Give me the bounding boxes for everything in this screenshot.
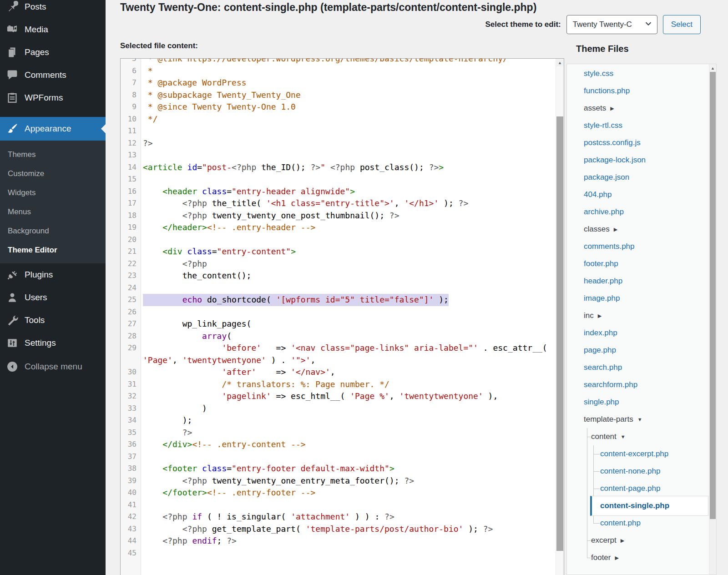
file-item-index-php[interactable]: index.php xyxy=(567,324,709,342)
folder-footer[interactable]: footer▶ xyxy=(567,549,709,566)
code-line-30[interactable]: 30 'after' => '</nav>', xyxy=(121,366,556,378)
editor-code-area[interactable]: 5 * @link https://developer.wordpress.or… xyxy=(121,58,556,559)
folder-content[interactable]: content▼ xyxy=(567,428,709,445)
code-line-21[interactable]: 21 <div class="entry-content"> xyxy=(121,246,556,258)
folder-inc[interactable]: inc▶ xyxy=(567,307,709,324)
code-line-25[interactable]: 25 echo do_shortcode( '[wpforms id="5" t… xyxy=(121,294,556,306)
file-item-searchform-php[interactable]: searchform.php xyxy=(567,376,709,393)
code-line-15[interactable]: 15 xyxy=(121,173,556,186)
submenu-item-menus[interactable]: Menus xyxy=(0,202,106,222)
code-line-27[interactable]: 27 wp_link_pages( xyxy=(121,318,556,330)
file-item-style-css[interactable]: style.css xyxy=(567,65,709,82)
editor-scrollbar[interactable]: ▲ xyxy=(556,59,564,575)
code-line-29[interactable]: 29 'before' => '<nav class="page-links" … xyxy=(121,342,556,354)
code-line-33[interactable]: 33 ) xyxy=(121,403,556,415)
code-line-13[interactable]: 13 xyxy=(121,149,556,161)
code-line-5[interactable]: 5 * @link https://developer.wordpress.or… xyxy=(121,58,556,65)
code-line-37[interactable]: 37 xyxy=(121,451,556,463)
file-item-functions-php[interactable]: functions.php xyxy=(567,82,709,100)
code-line-17[interactable]: 17 <?php the_title( '<h1 class="entry-ti… xyxy=(121,197,556,210)
code-line-12[interactable]: 12?> xyxy=(121,137,556,150)
sidebar-item-pages[interactable]: Pages xyxy=(0,41,106,64)
sidebar-item-posts[interactable]: Posts xyxy=(0,0,106,18)
code-line-7[interactable]: 7 * @package WordPress xyxy=(121,77,556,89)
submenu-item-themes[interactable]: Themes xyxy=(0,145,106,164)
file-item-content-page-php[interactable]: content-page.php xyxy=(567,480,709,497)
code-line-35[interactable]: 35 ?> xyxy=(121,427,556,439)
code-line-18[interactable]: 18 <?php twenty_twenty_one_post_thumbnai… xyxy=(121,210,556,222)
folder-assets[interactable]: assets▶ xyxy=(567,100,709,117)
file-item-archive-php[interactable]: archive.php xyxy=(567,203,709,221)
code-line-31[interactable]: 31 /* translators: %: Page number. */ xyxy=(121,378,556,391)
code-line-28[interactable]: 28 array( xyxy=(121,330,556,343)
code-line-36[interactable]: 36 </div><!-- .entry-content --> xyxy=(121,439,556,451)
file-item-footer-php[interactable]: footer.php xyxy=(567,255,709,272)
sidebar-item-appearance[interactable]: Appearance xyxy=(0,117,106,141)
code-line-32[interactable]: 32 'pagelink' => esc_html__( 'Page %', '… xyxy=(121,390,556,403)
file-item-package-json[interactable]: package.json xyxy=(567,169,709,186)
code-line-23[interactable]: 23 the_content(); xyxy=(121,270,556,282)
code-line-19[interactable]: 19 </header><!-- .entry-header --> xyxy=(121,222,556,234)
code-line-wrap[interactable]: 'Page', 'twentytwentyone' ) . '">', xyxy=(121,354,556,367)
theme-dropdown[interactable]: Twenty Twenty-C xyxy=(566,15,657,34)
file-item-single-php[interactable]: single.php xyxy=(567,393,709,411)
code-line-22[interactable]: 22 <?php xyxy=(121,258,556,270)
file-item-page-php[interactable]: page.php xyxy=(567,342,709,359)
file-item-search-php[interactable]: search.php xyxy=(567,359,709,376)
code-line-34[interactable]: 34 ); xyxy=(121,414,556,427)
code-line-42[interactable]: 42 <?php if ( ! is_singular( 'attachment… xyxy=(121,511,556,523)
code-line-6[interactable]: 6 * xyxy=(121,65,556,77)
scroll-up-icon[interactable]: ▲ xyxy=(556,59,564,66)
file-item-content-none-php[interactable]: content-none.php xyxy=(567,463,709,480)
submenu-item-widgets[interactable]: Widgets xyxy=(0,183,106,202)
select-theme-button[interactable]: Select xyxy=(663,15,701,34)
sidebar-item-plugins[interactable]: Plugins xyxy=(0,263,106,286)
code-line-10[interactable]: 10 */ xyxy=(121,113,556,126)
editor-scrollbar-thumb[interactable] xyxy=(556,116,563,551)
theme-files-scrollbar[interactable]: ▲ xyxy=(709,64,716,575)
code-line-38[interactable]: 38 <footer class="entry-footer default-m… xyxy=(121,463,556,475)
code-line-16[interactable]: 16 <header class="entry-header alignwide… xyxy=(121,186,556,198)
file-item-image-php[interactable]: image.php xyxy=(567,290,709,307)
file-item-postcss-config-js[interactable]: postcss.config.js xyxy=(567,134,709,151)
code-line-20[interactable]: 20 xyxy=(121,234,556,246)
code-line-40[interactable]: 40 </footer><!-- .entry-footer --> xyxy=(121,487,556,499)
sidebar-item-wpforms[interactable]: WPForms xyxy=(0,86,106,109)
sidebar-item-users[interactable]: Users xyxy=(0,286,106,309)
folder-template-parts[interactable]: template-parts▼ xyxy=(567,411,709,428)
folder-classes[interactable]: classes▶ xyxy=(567,221,709,238)
code-line-14[interactable]: 14<article id="post-<?php the_ID(); ?>" … xyxy=(121,161,556,174)
code-line-44[interactable]: 44 <?php endif; ?> xyxy=(121,535,556,547)
file-item-content-single-php[interactable]: content-single.php xyxy=(590,496,708,516)
folder-excerpt[interactable]: excerpt▶ xyxy=(567,532,709,549)
file-item-content-php[interactable]: content.php xyxy=(567,514,709,532)
theme-files-scrollbar-thumb[interactable] xyxy=(710,72,716,519)
file-item-header-php[interactable]: header.php xyxy=(567,272,709,290)
scroll-up-icon[interactable]: ▲ xyxy=(709,64,716,72)
code-line-8[interactable]: 8 * @subpackage Twenty_Twenty_One xyxy=(121,89,556,101)
sidebar-item-comments[interactable]: Comments xyxy=(0,64,106,86)
file-item-package-lock-json[interactable]: package-lock.json xyxy=(567,151,709,169)
code-line-9[interactable]: 9 * @since Twenty Twenty-One 1.0 xyxy=(121,101,556,113)
selected-file-content-label: Selected file content: xyxy=(120,41,198,50)
code-line-41[interactable]: 41 xyxy=(121,499,556,511)
submenu-item-background[interactable]: Background xyxy=(0,222,106,241)
code-line-26[interactable]: 26 xyxy=(121,306,556,318)
code-editor[interactable]: 5 * @link https://developer.wordpress.or… xyxy=(120,58,564,575)
sidebar-item-collapse-menu[interactable]: Collapse menu xyxy=(0,355,106,378)
code-line-11[interactable]: 11 xyxy=(121,125,556,137)
submenu-item-customize[interactable]: Customize xyxy=(0,164,106,183)
sidebar-item-media[interactable]: Media xyxy=(0,18,106,41)
file-item-content-excerpt-php[interactable]: content-excerpt.php xyxy=(567,445,709,463)
code-line-45[interactable]: 45 xyxy=(121,547,556,560)
code-line-43[interactable]: 43 <?php get_template_part( 'template-pa… xyxy=(121,523,556,535)
line-number: 24 xyxy=(121,282,141,294)
code-line-24[interactable]: 24 xyxy=(121,282,556,294)
submenu-item-theme-editor[interactable]: Theme Editor xyxy=(0,241,106,260)
sidebar-item-tools[interactable]: Tools xyxy=(0,309,106,332)
sidebar-item-settings[interactable]: Settings xyxy=(0,332,106,354)
file-item-comments-php[interactable]: comments.php xyxy=(567,238,709,255)
file-item-404-php[interactable]: 404.php xyxy=(567,186,709,203)
code-line-39[interactable]: 39 <?php twenty_twenty_one_entry_meta_fo… xyxy=(121,475,556,487)
file-item-style-rtl-css[interactable]: style-rtl.css xyxy=(567,117,709,134)
